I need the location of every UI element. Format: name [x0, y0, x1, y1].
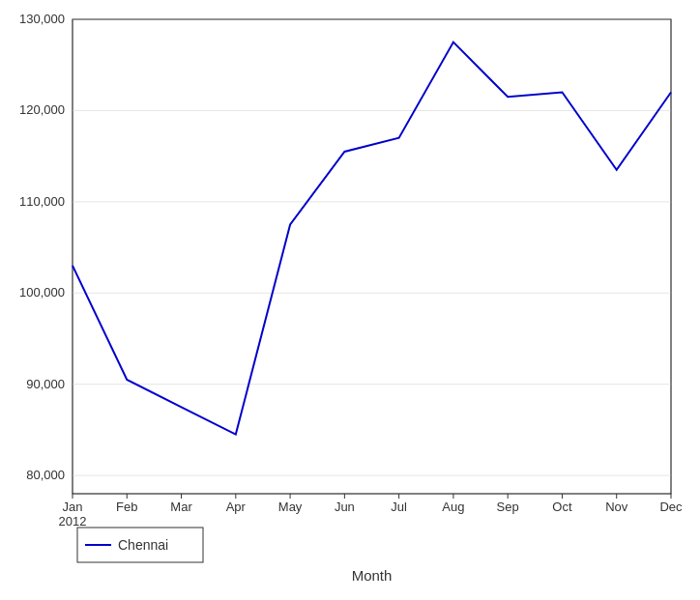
svg-text:Apr: Apr	[226, 500, 247, 514]
svg-text:Oct: Oct	[552, 500, 572, 514]
svg-text:Aug: Aug	[442, 500, 464, 514]
svg-text:Jun: Jun	[335, 500, 355, 514]
svg-text:Month: Month	[352, 567, 393, 584]
svg-text:May: May	[278, 500, 303, 514]
svg-rect-0	[73, 19, 671, 494]
svg-text:Mar: Mar	[170, 500, 192, 514]
svg-text:Feb: Feb	[116, 500, 137, 514]
svg-text:Jan: Jan	[63, 500, 83, 514]
svg-text:110,000: 110,000	[19, 194, 65, 209]
svg-text:Sep: Sep	[497, 500, 519, 514]
svg-text:Chennai: Chennai	[118, 537, 168, 553]
line-chart: // We'll draw the chart programmatically…	[0, 0, 700, 600]
svg-text:Jul: Jul	[391, 500, 407, 514]
chart-container: // We'll draw the chart programmatically…	[0, 0, 700, 600]
svg-text:120,000: 120,000	[19, 102, 65, 117]
svg-text:80,000: 80,000	[26, 468, 65, 482]
svg-text:130,000: 130,000	[19, 12, 65, 26]
svg-text:90,000: 90,000	[26, 377, 65, 391]
svg-text:2012: 2012	[59, 514, 87, 529]
svg-text:Nov: Nov	[605, 500, 628, 514]
svg-text:100,000: 100,000	[19, 285, 65, 300]
svg-text:Dec: Dec	[659, 500, 683, 514]
